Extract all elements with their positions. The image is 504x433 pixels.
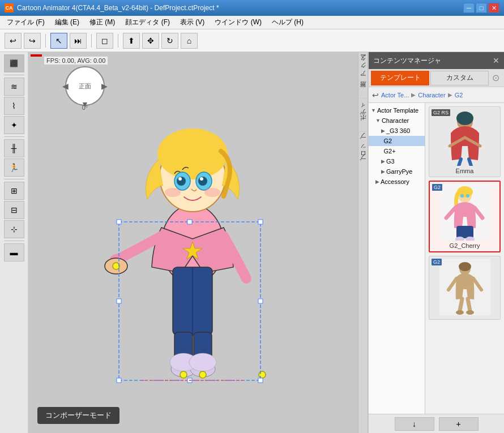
tree-label-6: GarryPye [386, 168, 412, 175]
svg-line-58 [468, 299, 470, 311]
thumb-g2cherry-label: G2_Cherry [450, 242, 480, 249]
breadcrumb-bar: ↩ Actor Te... ▶ Character ▶ G2 [369, 87, 504, 103]
side-tab-body[interactable]: ボディ [358, 98, 369, 131]
thumb-emma-img [439, 109, 490, 166]
spring-btn[interactable]: ⊹ [4, 220, 24, 238]
content-panel-close-button[interactable]: ✕ [493, 56, 499, 65]
svg-point-16 [200, 177, 203, 181]
tree-g3-360[interactable]: ▶ _G3 360 [369, 126, 425, 136]
scene-btn[interactable]: ⬛ [4, 54, 24, 72]
window-title: Cartoon Animator 4(CTA4.4_Beta_v2-64bit)… [17, 4, 219, 12]
pin-tool[interactable]: ⬆ [123, 33, 140, 49]
thumb-emma[interactable]: G2 RS [429, 106, 501, 177]
menu-window[interactable]: ウインドウ (W) [210, 16, 266, 28]
tree-garrypye[interactable]: ▶ GarryPye [369, 166, 425, 177]
breadcrumb-g2[interactable]: G2 [455, 92, 463, 98]
content-tabs: テンプレート カスタム ⊙ [369, 69, 504, 87]
side-tab-actor[interactable]: アクター [358, 52, 369, 86]
svg-line-57 [460, 299, 462, 311]
tree-accessory[interactable]: ▶ Accessory [369, 177, 425, 187]
content-body: ▼ Actor Template ▼ Character ▶ _G3 360 G… [369, 103, 504, 414]
svg-point-15 [178, 177, 182, 181]
menu-file[interactable]: ファイル (F) [2, 16, 49, 28]
grid-btn[interactable]: ⊟ [4, 201, 24, 219]
svg-point-50 [460, 194, 464, 198]
tab-custom[interactable]: カスタム [430, 71, 489, 85]
thumb-emma-label: Emma [456, 168, 474, 174]
tree-character[interactable]: ▼ Character [369, 115, 425, 126]
close-button[interactable]: ✕ [488, 3, 499, 13]
select-tool[interactable]: ↖ [50, 33, 67, 49]
menu-bar: ファイル (F) 編集 (E) 修正 (M) 顔エディタ (F) 表示 (V) … [0, 16, 504, 29]
rigging-btn[interactable]: ╫ [4, 139, 24, 157]
tree-label-5: G3 [386, 158, 395, 165]
character-canvas [85, 97, 300, 426]
menu-edit[interactable]: 編集 (E) [50, 16, 84, 28]
title-bar-left: CA Cartoon Animator 4(CTA4.4_Beta_v2-64b… [5, 3, 219, 12]
thumb-mannequin[interactable]: G2 [429, 256, 501, 320]
menu-view[interactable]: 表示 (V) [176, 16, 209, 28]
animation-btn[interactable]: ≋ [4, 78, 24, 96]
svg-line-40 [469, 159, 471, 166]
tree-label-0: Actor Template [377, 107, 418, 114]
motion-btn[interactable]: ⌇ [4, 97, 24, 115]
menu-face-editor[interactable]: 顔エディタ (F) [121, 16, 174, 28]
svg-rect-27 [258, 220, 263, 224]
svg-point-41 [456, 112, 473, 125]
thumb-g2cherry-badge: G2 [432, 184, 442, 191]
minimize-button[interactable]: ─ [463, 3, 475, 13]
svg-point-10 [157, 128, 228, 179]
maximize-button[interactable]: □ [476, 3, 487, 13]
breadcrumb-back[interactable]: ↩ [372, 91, 379, 100]
tree-arrow-4 [381, 148, 383, 154]
svg-point-23 [199, 371, 206, 378]
side-tab-prop[interactable]: プロップ [358, 131, 369, 172]
redo-button[interactable]: ↪ [24, 33, 41, 49]
svg-point-17 [165, 188, 181, 197]
svg-rect-33 [258, 299, 263, 303]
canvas-area[interactable]: FPS: 0.00, AVG: 0.00 ▲ 正面 ▼ ◀ ▶ 0° [28, 52, 358, 433]
mesh-btn[interactable]: ⊞ [4, 182, 24, 200]
svg-point-22 [180, 371, 187, 378]
svg-rect-32 [117, 299, 121, 303]
title-bar-controls[interactable]: ─ □ ✕ [463, 3, 499, 13]
svg-point-8 [189, 353, 216, 371]
add-button[interactable]: + [439, 417, 479, 431]
tree-label-2: _G3 360 [386, 127, 410, 134]
left-toolbar: ⬛ ≋ ⌇ ✦ ╫ 🏃 ⊞ ⊟ ⊹ ▬ [0, 52, 28, 433]
home-tool[interactable]: ⌂ [181, 33, 198, 49]
thumbnails-panel: G2 RS [425, 103, 504, 414]
move-tool[interactable]: ✥ [142, 33, 159, 49]
content-panel-title: コンテンツマネージャ [373, 56, 441, 66]
toolbar-sep-2 [91, 34, 92, 48]
svg-rect-29 [258, 378, 263, 383]
rotate-tool[interactable]: ↻ [161, 33, 178, 49]
menu-modify[interactable]: 修正 (M) [85, 16, 119, 28]
step-tool[interactable]: ⏭ [70, 33, 87, 49]
camera-btn[interactable]: ▬ [4, 243, 24, 261]
side-tabs: アクター 層 ボディ プロップ [358, 52, 368, 433]
thumb-g2cherry[interactable]: G2 [429, 181, 501, 252]
tab-template[interactable]: テンプレート [371, 71, 429, 85]
app-icon: CA [5, 3, 14, 12]
tree-g3[interactable]: ▶ G3 [369, 156, 425, 166]
content-panel-footer: ↓ + [369, 414, 504, 433]
compass-left[interactable]: ◀ [62, 82, 69, 91]
left-sep-3 [4, 179, 24, 179]
tree-actor-template[interactable]: ▼ Actor Template [369, 105, 425, 115]
menu-help[interactable]: ヘルプ (H) [267, 16, 308, 28]
tree-g2plus[interactable]: G2+ [369, 146, 425, 156]
compass-right[interactable]: ▶ [101, 82, 108, 91]
undo-button[interactable]: ↩ [5, 33, 22, 49]
breadcrumb-actor-template[interactable]: Actor Te... [381, 92, 409, 98]
bone-btn[interactable]: ✦ [4, 116, 24, 134]
move-down-button[interactable]: ↓ [395, 417, 434, 431]
svg-rect-26 [117, 220, 121, 224]
erase-tool[interactable]: ◻ [96, 33, 113, 49]
expand-icon[interactable]: ⊙ [490, 72, 502, 83]
side-tab-layer[interactable]: 層 [358, 86, 369, 98]
tree-g2[interactable]: G2 [369, 136, 425, 146]
breadcrumb-character[interactable]: Character [418, 92, 445, 98]
content-panel-header: コンテンツマネージャ ✕ [369, 52, 504, 69]
pose-btn[interactable]: 🏃 [4, 158, 24, 177]
